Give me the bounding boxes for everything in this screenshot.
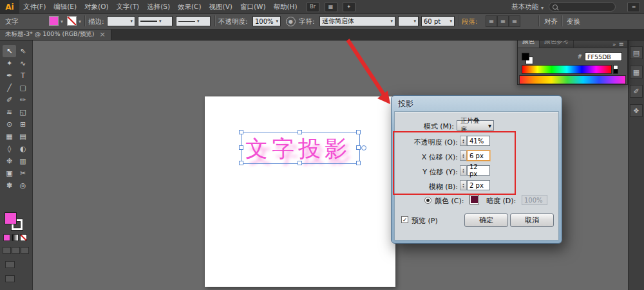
collapse-panels-icon[interactable]: »: [610, 41, 619, 48]
selection-handle[interactable]: [356, 161, 361, 165]
menu-type[interactable]: 文字(T): [113, 0, 144, 14]
zoom-tool[interactable]: ◎: [16, 179, 30, 192]
paintbrush-tool[interactable]: ✐: [3, 94, 16, 106]
menu-effect[interactable]: 效果(C): [174, 0, 205, 14]
eyedropper-tool[interactable]: ◊: [3, 143, 16, 155]
context-label: 文字: [5, 17, 19, 26]
close-icon[interactable]: ×: [100, 30, 106, 39]
transform-panel-button[interactable]: 变换: [567, 17, 580, 26]
mesh-tool[interactable]: ▦: [3, 131, 16, 143]
free-transform-tool[interactable]: ◱: [16, 106, 30, 118]
paragraph-label[interactable]: 段落:: [462, 17, 478, 26]
menu-edit[interactable]: 编辑(E): [50, 0, 80, 14]
selection-handle[interactable]: [356, 130, 361, 134]
screen-mode-button[interactable]: [5, 261, 15, 268]
fill-swatch[interactable]: [5, 212, 17, 224]
style-options-icon[interactable]: ●: [286, 17, 296, 26]
align-left-icon[interactable]: ≡: [486, 15, 497, 27]
draw-normal-button[interactable]: [3, 247, 11, 254]
opacity-field[interactable]: 100%: [252, 16, 281, 26]
slice-tool[interactable]: ✂: [16, 167, 30, 179]
pen-tool[interactable]: ✒: [3, 69, 16, 82]
chevron-down-icon[interactable]: [61, 17, 63, 24]
color-panel-icon[interactable]: ▤: [630, 46, 643, 59]
blend-tool[interactable]: ◐: [16, 143, 30, 155]
black-swatch[interactable]: [613, 69, 618, 74]
selection-tool[interactable]: ↖: [3, 45, 16, 57]
selection-handle[interactable]: [356, 145, 361, 150]
hex-value-field[interactable]: FF55DB: [585, 52, 622, 61]
ok-button[interactable]: 确定: [464, 213, 508, 227]
perspective-grid-tool[interactable]: ⊞: [16, 118, 30, 131]
stroke-color-swatch[interactable]: [67, 16, 77, 26]
draw-behind-button[interactable]: [12, 247, 20, 254]
color-spectrum-bar[interactable]: [522, 65, 612, 74]
stroke-weight-field[interactable]: [107, 16, 135, 26]
type-tool[interactable]: T: [16, 69, 30, 82]
pencil-tool[interactable]: ✏: [16, 94, 30, 106]
workspace-switcher[interactable]: 基本功能: [506, 3, 549, 12]
brush-definition-dropdown[interactable]: [176, 16, 211, 26]
artboard[interactable]: [205, 96, 395, 287]
hand-tool[interactable]: ✽: [3, 179, 16, 192]
variable-width-profile-dropdown[interactable]: [138, 16, 173, 26]
edit-toolbar-button[interactable]: [5, 275, 15, 282]
draw-inside-button[interactable]: [21, 247, 29, 254]
selection-handle[interactable]: [298, 161, 302, 165]
menu-view[interactable]: 视图(V): [205, 0, 236, 14]
menu-select[interactable]: 选择(S): [143, 0, 174, 14]
color-mode-button[interactable]: [3, 234, 10, 241]
bridge-icon[interactable]: Br: [307, 2, 319, 12]
menu-icon[interactable]: ≡: [627, 2, 640, 12]
magic-wand-tool[interactable]: ✦: [3, 57, 16, 69]
menu-file[interactable]: 文件(F): [19, 0, 50, 14]
symbol-sprayer-tool[interactable]: ❉: [3, 155, 16, 167]
app-logo[interactable]: Ai: [0, 0, 19, 14]
search-input[interactable]: [560, 3, 612, 11]
swatches-panel-icon[interactable]: ▦: [630, 66, 643, 78]
mode-dropdown[interactable]: 正片叠底: [457, 120, 494, 131]
font-family-dropdown[interactable]: 迷你简启体: [319, 16, 395, 26]
align-center-icon[interactable]: ≡: [497, 15, 509, 27]
direct-selection-tool[interactable]: ⇖: [16, 45, 30, 57]
menu-window[interactable]: 窗口(W): [236, 0, 270, 14]
none-mode-button[interactable]: [20, 234, 27, 241]
symbols-panel-icon[interactable]: ❖: [630, 104, 643, 117]
fill-color-swatch[interactable]: [49, 16, 59, 26]
line-segment-tool[interactable]: ╱: [3, 82, 16, 94]
font-size-field[interactable]: 60 pt: [421, 16, 455, 26]
document-tab[interactable]: 未标题-3* @ 100% (RGB/预览) ×: [0, 29, 111, 40]
brushes-panel-icon[interactable]: ✐: [630, 85, 643, 98]
font-style-dropdown[interactable]: [398, 16, 419, 26]
arrange-documents-icon[interactable]: ▦: [325, 2, 337, 12]
gradient-tool[interactable]: ▤: [16, 131, 30, 143]
preview-checkbox[interactable]: [401, 216, 408, 223]
menu-object[interactable]: 对象(O): [80, 0, 112, 14]
text-out-port[interactable]: [361, 145, 366, 150]
align-panel-button[interactable]: 对齐: [544, 17, 558, 26]
selection-handle[interactable]: [239, 145, 243, 150]
selection-handle[interactable]: [239, 161, 243, 165]
column-graph-tool[interactable]: ▥: [16, 155, 30, 167]
panel-menu-icon[interactable]: ≡: [619, 41, 627, 48]
lasso-tool[interactable]: ∿: [16, 57, 30, 69]
selection-handle[interactable]: [239, 130, 243, 134]
color-radio[interactable]: [424, 197, 431, 204]
shadow-color-swatch[interactable]: [470, 195, 478, 204]
preview-label[interactable]: 预览 (P): [412, 216, 438, 226]
selection-handle[interactable]: [298, 130, 302, 134]
menu-help[interactable]: 帮助(H): [270, 0, 301, 14]
artboard-tool[interactable]: ▣: [3, 167, 16, 179]
shape-builder-tool[interactable]: ⊙: [3, 118, 16, 131]
color-spectrum-bar-2[interactable]: [519, 75, 626, 84]
cancel-button[interactable]: 取消: [510, 213, 554, 227]
character-label[interactable]: 字符:: [299, 17, 315, 26]
search-box[interactable]: [549, 2, 616, 12]
gradient-mode-button[interactable]: [12, 234, 19, 241]
width-tool[interactable]: ≋: [3, 106, 16, 118]
rectangle-tool[interactable]: ▢: [16, 82, 30, 94]
chevron-down-icon[interactable]: [79, 17, 81, 24]
tools-icon[interactable]: ✦: [343, 2, 355, 12]
align-right-icon[interactable]: ≡: [509, 15, 520, 27]
panel-fill-swatch[interactable]: [522, 53, 529, 60]
